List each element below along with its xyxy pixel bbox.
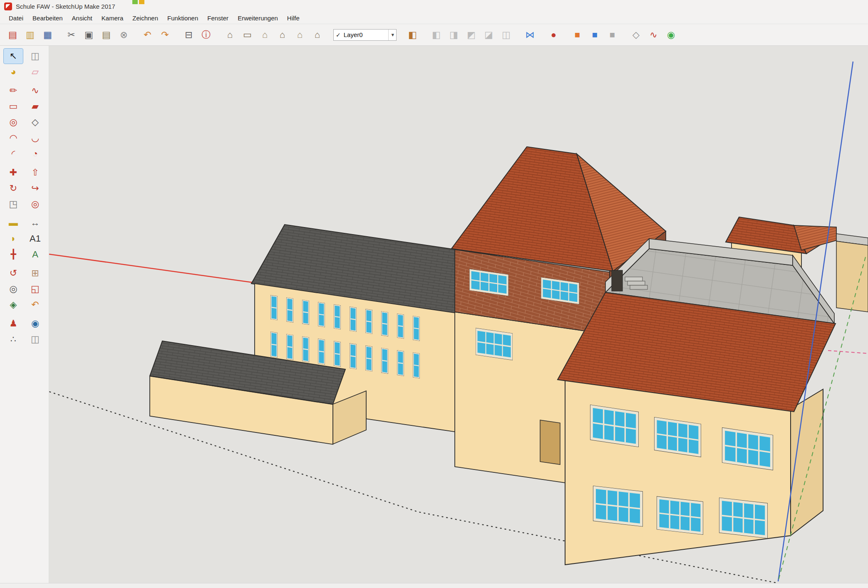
open-icon[interactable]: ▥	[22, 27, 38, 42]
solid-union-icon[interactable]: ◨	[446, 27, 461, 42]
right-building[interactable]	[558, 292, 836, 565]
threed-text-tool[interactable]: A	[26, 247, 45, 262]
outer-shell-icon[interactable]: ◧	[405, 27, 420, 42]
mesh-sphere-icon[interactable]: ◉	[663, 27, 679, 42]
window[interactable]	[657, 496, 703, 535]
offset-tool[interactable]: ◎	[26, 197, 45, 212]
push-pull-tool[interactable]: ⇧	[26, 165, 45, 180]
scale-tool[interactable]: ◳	[4, 197, 23, 212]
menu-datei[interactable]: Datei	[4, 13, 28, 23]
menu-erweiterungen[interactable]: Erweiterungen	[233, 13, 283, 23]
solid-trim-icon[interactable]: ◪	[481, 27, 496, 42]
solid-split-icon[interactable]: ◫	[498, 27, 514, 42]
make-component-tool[interactable]: ◫	[26, 49, 45, 64]
window[interactable]	[397, 350, 404, 376]
window[interactable]	[381, 311, 388, 336]
walk-tool[interactable]: ∴	[4, 332, 23, 347]
menu-bearbeiten[interactable]: Bearbeiten	[28, 13, 67, 23]
globe-icon[interactable]: ●	[546, 27, 561, 42]
cut-icon[interactable]: ✂	[64, 27, 79, 42]
rectangle-tool[interactable]: ▭	[4, 99, 23, 114]
iso-view-icon[interactable]: ⌂	[222, 27, 238, 42]
two-point-arc-tool[interactable]: ◡	[26, 131, 45, 146]
window[interactable]	[719, 497, 768, 538]
window[interactable]	[413, 353, 420, 378]
window[interactable]	[590, 405, 639, 447]
zoom-extents-tool[interactable]: ◈	[4, 297, 23, 312]
copy-icon[interactable]: ▣	[81, 27, 97, 42]
front-view-icon[interactable]: ⌂	[257, 27, 273, 42]
zoom-tool[interactable]: ◎	[4, 282, 23, 296]
arc-tool[interactable]: ◠	[4, 131, 23, 146]
window[interactable]	[365, 309, 372, 334]
undo-icon[interactable]: ↶	[140, 27, 155, 42]
polygon-tool[interactable]: ◇	[26, 115, 45, 130]
flip-mirror-icon[interactable]: ⋈	[522, 27, 538, 42]
window[interactable]	[593, 486, 643, 527]
window[interactable]	[318, 302, 325, 327]
window[interactable]	[270, 295, 278, 320]
window[interactable]	[654, 417, 701, 457]
terrace-doorway[interactable]	[612, 270, 622, 291]
component-cube-blue-icon[interactable]: ■	[587, 27, 603, 42]
menu-ansicht[interactable]: Ansicht	[67, 13, 97, 23]
component-cube-gray-icon[interactable]: ■	[605, 27, 620, 42]
left-view-icon[interactable]: ⌂	[292, 27, 308, 42]
window[interactable]	[302, 336, 309, 362]
circle-tool[interactable]: ◎	[4, 115, 23, 130]
window[interactable]	[722, 427, 773, 470]
window[interactable]	[365, 346, 372, 371]
solid-subtract-icon[interactable]: ◩	[464, 27, 479, 42]
tape-measure-tool[interactable]: ▬	[4, 215, 23, 230]
window[interactable]	[286, 297, 293, 322]
freehand-tool[interactable]: ∿	[26, 83, 45, 98]
save-icon[interactable]: ▦	[40, 27, 55, 42]
pie-tool[interactable]: ◔	[26, 146, 45, 161]
window[interactable]	[350, 343, 357, 369]
model-info-icon[interactable]: ⓘ	[198, 27, 214, 42]
dimension-tool[interactable]: ↔	[26, 215, 45, 230]
menu-hilfe[interactable]: Hilfe	[283, 13, 304, 23]
window[interactable]	[334, 341, 341, 367]
paint-bucket-tool[interactable]: ◕	[4, 64, 23, 79]
orbit-tool[interactable]: ↺	[4, 266, 23, 281]
axes-tool[interactable]: ╋	[4, 247, 23, 262]
paste-icon[interactable]: ▤	[99, 27, 114, 42]
solid-intersect-icon[interactable]: ◧	[429, 27, 444, 42]
layer-dropdown[interactable]: ✓Layer0▾	[333, 29, 397, 41]
window[interactable]	[413, 316, 420, 341]
section-plane-tool[interactable]: ◫	[26, 332, 45, 347]
menu-fenster[interactable]: Fenster	[203, 13, 233, 23]
delete-icon[interactable]: ⊗	[116, 27, 131, 42]
window[interactable]	[397, 314, 404, 338]
text-tool[interactable]: A1	[26, 231, 45, 246]
protractor-tool[interactable]: ◗	[4, 231, 23, 246]
window[interactable]	[302, 300, 309, 325]
look-around-tool[interactable]: ◉	[26, 316, 45, 331]
select-tool[interactable]: ↖	[4, 49, 23, 64]
menu-kamera[interactable]: Kamera	[97, 13, 128, 23]
bezier-curve-icon[interactable]: ∿	[646, 27, 661, 42]
right-view-icon[interactable]: ⌂	[310, 27, 325, 42]
move-tool[interactable]: ✚	[4, 165, 23, 180]
viewport-3d[interactable]	[49, 46, 868, 583]
rotate-tool[interactable]: ↻	[4, 181, 23, 196]
window[interactable]	[476, 328, 513, 361]
back-view-icon[interactable]: ⌂	[275, 27, 290, 42]
polygon-extension-icon[interactable]: ◇	[628, 27, 644, 42]
three-point-arc-tool[interactable]: ◜	[4, 146, 23, 161]
pan-tool[interactable]: ⊞	[26, 266, 45, 281]
follow-me-tool[interactable]: ↪	[26, 181, 45, 196]
component-cube-orange-icon[interactable]: ■	[570, 27, 585, 42]
line-tool[interactable]: ✏	[4, 83, 23, 98]
print-icon[interactable]: ⊟	[181, 27, 196, 42]
top-view-icon[interactable]: ▭	[240, 27, 255, 42]
window[interactable]	[318, 338, 325, 364]
rotated-rectangle-tool[interactable]: ▰	[26, 99, 45, 114]
entrance-door[interactable]	[540, 420, 560, 464]
previous-view-tool[interactable]: ↶	[26, 297, 45, 312]
school-3d-model[interactable]	[49, 46, 868, 583]
new-file-icon[interactable]: ▤	[5, 27, 20, 42]
menu-funktionen[interactable]: Funktionen	[163, 13, 203, 23]
window[interactable]	[270, 332, 278, 358]
